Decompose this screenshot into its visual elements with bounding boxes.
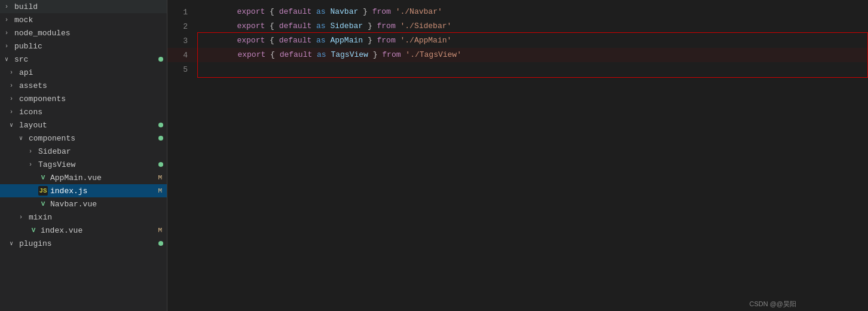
code-editor[interactable]: 1 export { default as Navbar } from './N…: [167, 0, 868, 311]
watermark: CSDN @@昊阳: [749, 300, 796, 309]
tree-item-index-js[interactable]: › JS index.js M: [0, 184, 167, 197]
tree-item-mixin[interactable]: › mixin: [0, 211, 167, 224]
tree-label-layout: layout: [19, 121, 158, 130]
collapse-arrow-node-modules: ›: [5, 30, 14, 36]
tree-label-index-vue: index.vue: [41, 226, 158, 235]
tree-label-sidebar-folder: Sidebar: [38, 147, 167, 156]
collapse-arrow-plugins: ∨: [10, 240, 19, 247]
line-content-5: [197, 62, 868, 77]
collapse-arrow-sidebar-folder: ›: [29, 148, 38, 155]
collapse-arrow-src: ∨: [5, 56, 14, 63]
tree-label-mock: mock: [14, 16, 167, 25]
code-content: 1 export { default as Navbar } from './N…: [167, 0, 868, 81]
tree-label-src: src: [14, 55, 158, 64]
indexjs-mod-badge: M: [158, 187, 162, 194]
collapse-arrow-assets: ›: [10, 83, 19, 89]
vue-file-icon-index: V: [29, 225, 38, 235]
indexvue-mod-badge: M: [158, 227, 162, 234]
collapse-arrow-tagsview-folder: ›: [29, 161, 38, 168]
kw-as-4: as: [312, 50, 331, 59]
tree-item-icons[interactable]: › icons: [0, 105, 167, 118]
kw-default-4: default: [280, 50, 313, 59]
tree-item-api[interactable]: › api: [0, 66, 167, 79]
code-line-5: 5: [167, 62, 868, 77]
collapse-arrow-build: ›: [5, 4, 14, 10]
tree-label-icons: icons: [19, 108, 167, 117]
plugins-modified-badge: [158, 241, 163, 246]
kw-export-4: export: [237, 50, 265, 59]
tagsview-modified-badge: [158, 162, 163, 167]
string-tagsview: './TagsView': [405, 50, 461, 59]
collapse-arrow-layout: ∨: [10, 121, 19, 129]
collapse-arrow-api: ›: [10, 69, 19, 76]
component-tagsview: TagsView: [331, 50, 368, 59]
tree-item-tagsview-folder[interactable]: › TagsView: [0, 158, 167, 171]
tree-label-plugins: plugins: [19, 239, 158, 248]
tree-item-assets[interactable]: › assets: [0, 79, 167, 92]
tree-item-src[interactable]: ∨ src: [0, 53, 167, 66]
collapse-arrow-components: ›: [10, 96, 19, 102]
tree-item-public[interactable]: › public: [0, 39, 167, 53]
appmain-mod-badge: M: [158, 174, 162, 181]
tree-item-components[interactable]: › components: [0, 92, 167, 105]
tree-item-layout-components[interactable]: ∨ components: [0, 132, 167, 145]
tree-item-appmain-vue[interactable]: › V AppMain.vue M: [0, 171, 167, 184]
tree-item-mock[interactable]: › mock: [0, 13, 167, 26]
tree-label-appmain-vue: AppMain.vue: [50, 173, 158, 182]
src-modified-badge: [158, 57, 163, 62]
tree-label-api: api: [19, 68, 167, 77]
line-number-2: 2: [167, 22, 197, 31]
tree-label-layout-components: components: [29, 134, 158, 143]
tree-label-navbar-vue: Navbar.vue: [50, 200, 167, 209]
tree-item-node-modules[interactable]: › node_modules: [0, 26, 167, 39]
collapse-arrow-mock: ›: [5, 17, 14, 23]
vue-file-icon-appmain: V: [38, 173, 48, 182]
tree-label-build: build: [14, 2, 167, 11]
tree-item-layout[interactable]: ∨ layout: [0, 118, 167, 132]
tree-label-assets: assets: [19, 81, 167, 90]
tree-label-node-modules: node_modules: [14, 29, 167, 38]
line-number-5: 5: [167, 65, 197, 74]
file-tree: › build › mock › node_modules › public ∨…: [0, 0, 167, 311]
collapse-arrow-layout-components: ∨: [19, 135, 29, 142]
collapse-arrow-mixin: ›: [19, 214, 29, 221]
collapse-arrow-public: ›: [5, 43, 14, 50]
punct-close-4: }: [368, 50, 382, 59]
tree-item-build[interactable]: › build: [0, 0, 167, 13]
tree-label-mixin: mixin: [29, 213, 167, 222]
punct-brace-4: {: [265, 50, 279, 59]
collapse-arrow-icons: ›: [10, 109, 19, 115]
tree-label-index-js: index.js: [50, 187, 158, 196]
tree-label-components: components: [19, 94, 167, 103]
tree-item-navbar-vue[interactable]: › V Navbar.vue: [0, 197, 167, 211]
line-number-1: 1: [167, 8, 197, 17]
tree-label-public: public: [14, 42, 167, 51]
tree-item-sidebar-folder[interactable]: › Sidebar: [0, 145, 167, 158]
line-number-4: 4: [167, 51, 197, 60]
layout-modified-badge: [158, 123, 163, 127]
layout-components-modified-badge: [158, 136, 163, 141]
code-line-4: 4 export { default as TagsView } from '.…: [167, 48, 868, 62]
kw-from-4: from: [382, 50, 401, 59]
line-number-3: 3: [167, 36, 197, 45]
tree-label-tagsview-folder: TagsView: [38, 160, 158, 169]
js-file-icon-index: JS: [38, 186, 48, 196]
vue-file-icon-navbar: V: [38, 199, 48, 209]
tree-item-index-vue[interactable]: › V index.vue M: [0, 224, 167, 237]
tree-item-plugins[interactable]: ∨ plugins: [0, 237, 167, 250]
